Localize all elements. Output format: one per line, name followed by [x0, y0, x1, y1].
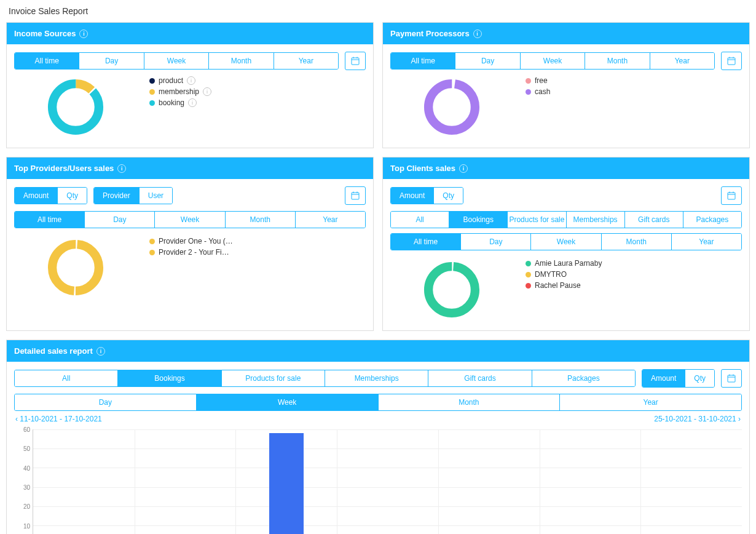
legend-item: producti [149, 76, 248, 85]
tab-day[interactable]: Day [15, 394, 197, 410]
legend-dot [526, 283, 531, 289]
tab-day[interactable]: Day [79, 53, 144, 69]
tab-all-time[interactable]: All time [391, 53, 455, 69]
legend-item: Provider 2 - Your Fi… [149, 248, 248, 257]
svg-point-10 [428, 84, 475, 130]
info-icon[interactable]: i [473, 30, 482, 38]
info-icon[interactable]: i [79, 30, 88, 38]
tab-year[interactable]: Year [560, 394, 741, 410]
tab-gift-cards[interactable]: Gift cards [625, 212, 683, 228]
calendar-button[interactable] [721, 52, 742, 70]
tab-packages[interactable]: Packages [532, 370, 635, 386]
tab-week[interactable]: Week [197, 394, 379, 410]
tab-qty[interactable]: Qty [58, 188, 87, 204]
legend-label: booking [159, 98, 184, 107]
metric-tabs[interactable]: AmountQty [390, 187, 463, 204]
legend-item: bookingi [149, 98, 248, 107]
svg-rect-17 [728, 193, 735, 199]
tab-amount[interactable]: Amount [391, 188, 434, 204]
tab-week[interactable]: Week [521, 53, 585, 69]
metric-tabs[interactable]: AmountQty [642, 369, 715, 388]
tab-amount[interactable]: Amount [15, 188, 58, 204]
tab-all-time[interactable]: All time [391, 234, 461, 250]
calendar-icon [727, 191, 736, 200]
tab-month[interactable]: Month [585, 53, 650, 69]
category-tabs[interactable]: AllBookingsProducts for saleMembershipsG… [14, 370, 636, 387]
y-tick: 10 [23, 522, 30, 529]
svg-point-21 [428, 266, 475, 313]
chart-legend: Provider One - You (…Provider 2 - Your F… [149, 237, 366, 257]
tab-amount[interactable]: Amount [642, 370, 685, 387]
tab-year[interactable]: Year [650, 53, 714, 69]
calendar-icon [351, 57, 360, 65]
calendar-button[interactable] [345, 186, 366, 205]
calendar-icon [351, 191, 360, 200]
tab-bookings[interactable]: Bookings [449, 212, 508, 228]
time-range-tabs[interactable]: DayWeekMonthYear [14, 394, 742, 411]
calendar-button[interactable] [721, 186, 742, 205]
metric-tabs[interactable]: AmountQty [14, 187, 87, 204]
tab-month[interactable]: Month [226, 212, 296, 228]
tab-memberships[interactable]: Memberships [567, 212, 625, 228]
tab-provider[interactable]: Provider [94, 188, 140, 204]
info-icon[interactable]: i [188, 98, 197, 107]
panel-top-providers: Top Providers/Users sales i AmountQty Pr… [6, 157, 374, 331]
y-tick: 20 [23, 503, 30, 510]
legend-label: product [159, 76, 183, 85]
tab-memberships[interactable]: Memberships [325, 370, 428, 386]
tab-packages[interactable]: Packages [683, 212, 741, 228]
calendar-button[interactable] [345, 52, 366, 70]
tab-qty[interactable]: Qty [434, 188, 463, 204]
tab-week[interactable]: Week [531, 234, 601, 250]
legend-item: Provider One - You (… [149, 237, 248, 245]
time-range-tabs[interactable]: All timeDayWeekMonthYear [390, 233, 742, 250]
legend-label: membership [159, 87, 199, 96]
tab-month[interactable]: Month [602, 234, 672, 250]
legend-label: free [535, 76, 548, 85]
chart-legend: Amie Laura ParnabyDMYTRORachel Pause [526, 259, 742, 290]
tab-gift-cards[interactable]: Gift cards [428, 370, 532, 386]
tab-all[interactable]: All [391, 212, 449, 228]
info-icon[interactable]: i [96, 347, 105, 356]
info-icon[interactable]: i [203, 87, 211, 96]
legend-label: Amie Laura Parnaby [535, 259, 602, 268]
calendar-icon [727, 57, 736, 65]
svg-rect-6 [728, 58, 735, 65]
tab-all-time[interactable]: All time [15, 212, 85, 228]
tab-user[interactable]: User [140, 188, 172, 204]
info-icon[interactable]: i [117, 164, 126, 173]
tab-week[interactable]: Week [155, 212, 225, 228]
tab-products-for-sale[interactable]: Products for sale [508, 212, 566, 228]
time-range-tabs[interactable]: All timeDayWeekMonthYear [14, 52, 339, 70]
tab-all-time[interactable]: All time [15, 53, 79, 69]
tab-week[interactable]: Week [144, 53, 209, 69]
legend-item: DMYTRO [526, 270, 624, 279]
category-tabs[interactable]: AllBookingsProducts for saleMembershipsG… [390, 211, 742, 228]
legend-label: Provider 2 - Your Fi… [159, 248, 229, 257]
time-range-tabs[interactable]: All timeDayWeekMonthYear [390, 52, 715, 70]
next-range-link[interactable]: 25-10-2021 - 31-10-2021 › [654, 415, 741, 423]
calendar-button[interactable] [721, 369, 742, 388]
tab-year[interactable]: Year [672, 234, 741, 250]
info-icon[interactable]: i [459, 164, 468, 173]
donut-chart [14, 237, 137, 298]
tab-all[interactable]: All [15, 370, 118, 386]
tab-year[interactable]: Year [296, 212, 365, 228]
tab-bookings[interactable]: Bookings [118, 370, 221, 386]
tab-qty[interactable]: Qty [685, 370, 714, 387]
panel-title: Income Sources [14, 29, 76, 38]
legend-dot [526, 89, 531, 95]
tab-products-for-sale[interactable]: Products for sale [222, 370, 325, 386]
tab-day[interactable]: Day [455, 53, 520, 69]
tab-month[interactable]: Month [209, 53, 274, 69]
tab-year[interactable]: Year [274, 53, 338, 69]
time-range-tabs[interactable]: All timeDayWeekMonthYear [14, 211, 366, 228]
tab-day[interactable]: Day [85, 212, 155, 228]
prev-range-link[interactable]: ‹ 11-10-2021 - 17-10-2021 [15, 415, 102, 423]
tab-day[interactable]: Day [461, 234, 531, 250]
info-icon[interactable]: i [187, 76, 195, 85]
legend-label: DMYTRO [535, 270, 567, 279]
tab-month[interactable]: Month [379, 394, 561, 410]
legend-item: Rachel Pause [526, 281, 624, 290]
role-tabs[interactable]: ProviderUser [93, 187, 173, 204]
